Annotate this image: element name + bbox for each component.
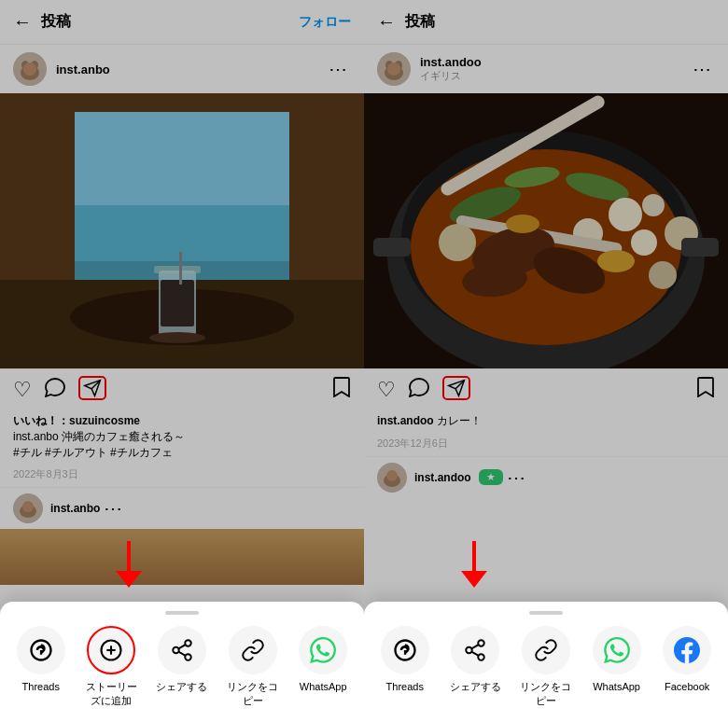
story-add-icon-left — [87, 626, 135, 674]
share-item-threads-right[interactable]: Threads — [375, 626, 435, 693]
share-item-share-left[interactable]: シェアする — [152, 626, 212, 693]
facebook-label-right: Facebook — [665, 680, 709, 693]
share-item-story-left[interactable]: ストーリーズに追加 — [81, 626, 141, 707]
share-item-link-right[interactable]: リンクをコピー — [516, 626, 576, 707]
panel-right: ← 投稿 inst.andoo イギリス ⋯ — [364, 0, 728, 722]
sheet-handle-right — [529, 611, 563, 615]
share-item-whatsapp-right[interactable]: WhatsApp — [587, 626, 647, 693]
threads-label-left: Threads — [22, 680, 60, 693]
panel-left: ← 投稿 フォロー inst.anbo ⋯ — [0, 0, 364, 722]
share-label-left: シェアする — [156, 680, 207, 693]
svg-line-32 — [178, 645, 185, 648]
svg-line-72 — [472, 645, 479, 648]
whatsapp-label-right: WhatsApp — [593, 680, 640, 693]
svg-point-70 — [479, 655, 485, 661]
share-icon-left — [158, 626, 206, 674]
share-item-link-left[interactable]: リンクをコピー — [223, 626, 283, 707]
svg-line-31 — [178, 652, 185, 656]
share-sheet-right: Threads シェアする — [364, 602, 728, 722]
link-label-left: リンクをコピー — [227, 680, 278, 707]
whatsapp-icon-right — [593, 626, 641, 674]
share-item-share-right[interactable]: シェアする — [445, 626, 505, 693]
facebook-icon-right — [663, 626, 711, 674]
share-sheet-left: Threads ストーリーズに追加 — [0, 602, 364, 722]
share-icon-right — [451, 626, 499, 674]
svg-point-30 — [185, 655, 191, 661]
share-item-facebook-right[interactable]: Facebook — [657, 626, 717, 693]
share-row-left: Threads ストーリーズに追加 — [0, 626, 364, 707]
svg-point-69 — [467, 647, 473, 654]
share-row-right: Threads シェアする — [364, 626, 728, 707]
sheet-handle-left — [165, 611, 199, 615]
share-label-right: シェアする — [450, 680, 501, 693]
whatsapp-icon-left — [299, 626, 347, 674]
story-add-label-left: ストーリーズに追加 — [86, 680, 137, 707]
whatsapp-label-left: WhatsApp — [300, 680, 347, 693]
threads-icon-right — [381, 626, 429, 674]
svg-line-71 — [472, 652, 479, 656]
threads-label-right: Threads — [386, 680, 424, 693]
share-item-threads-left[interactable]: Threads — [11, 626, 71, 693]
svg-point-28 — [185, 641, 191, 647]
link-icon-left — [229, 626, 277, 674]
svg-point-68 — [479, 641, 485, 647]
link-icon-right — [522, 626, 570, 674]
share-item-whatsapp-left[interactable]: WhatsApp — [293, 626, 353, 693]
link-label-right: リンクをコピー — [520, 680, 571, 707]
svg-point-29 — [173, 647, 179, 654]
threads-icon-left — [17, 626, 65, 674]
